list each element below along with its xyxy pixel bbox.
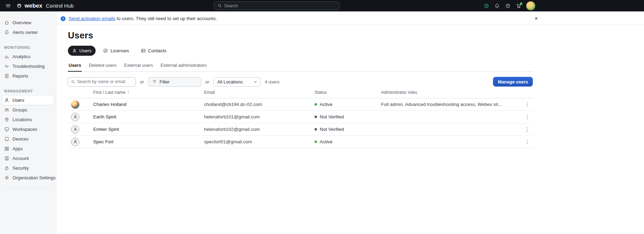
sidebar-item-organization-settings[interactable]: Organization Settings [2,173,54,182]
sidebar-item-label: Apps [12,146,23,151]
bell-icon [4,30,9,35]
sidebar-item-alerts-center[interactable]: Alerts center [2,28,54,37]
sidebar-item-label: Account [12,156,29,161]
tab-contacts[interactable]: Contacts [136,46,171,56]
users-count: 4 users [265,79,280,84]
sidebar-item-overview[interactable]: Overview [2,18,54,27]
sidebar-item-groups[interactable]: Groups [2,105,54,115]
user-email: helenaforti101@gmail.com [204,114,315,119]
user-avatar[interactable] [526,1,535,10]
subtab-users[interactable]: Users [68,61,82,72]
person-icon [72,48,77,53]
sidebar-item-workspaces[interactable]: Workspaces [2,125,54,134]
subtab-deleted-users[interactable]: Deleted users [88,61,117,72]
manage-users-button[interactable]: Manage users [493,77,533,87]
sidebar-item-label: Users [12,98,24,103]
sidebar-item-devices[interactable]: Devices [2,134,54,144]
or-separator: or [205,79,210,84]
banner-message-text: to users. They still need to set up thei… [117,16,217,21]
users-table: First / Last name ↑ Email Status Adminis… [68,90,533,148]
person-icon [4,98,9,103]
send-activation-emails-link[interactable]: Send activation emails [69,16,115,21]
document-icon [4,73,9,79]
sidebar-divider [3,187,53,188]
tab-licenses[interactable]: Licenses [99,46,133,56]
sidebar-item-users[interactable]: Users [2,96,54,105]
subtab-external-administrators[interactable]: External administrators [160,61,207,72]
table-row[interactable]: Charles Holland cholland@cb194.dc-02.com… [68,98,533,111]
global-search-input[interactable] [224,3,336,8]
global-search[interactable] [214,1,339,10]
column-header-email: Email [204,90,315,95]
status-text: Not Verified [320,127,344,132]
tab-label: Licenses [111,48,129,53]
column-header-status: Status [315,90,381,95]
user-name: Earth Spirit [93,114,116,119]
page-title: Users [68,30,533,41]
timer-icon[interactable] [483,3,489,9]
sidebar-item-security[interactable]: Security [2,163,54,173]
sidebar: Overview Alerts center MONITORING Analyt… [0,11,56,234]
row-actions-button[interactable]: ⋮ [522,102,533,107]
status-text: Not Verified [320,114,344,119]
search-icon [218,3,222,8]
locations-value: All Locations [217,79,243,84]
sidebar-item-analytics[interactable]: Analytics [2,52,54,61]
sidebar-section-monitoring: MONITORING [0,45,56,50]
user-name: Charles Holland [93,102,126,107]
help-icon[interactable] [505,3,511,9]
sidebar-item-troubleshooting[interactable]: Troubleshooting [2,62,54,71]
sidebar-item-label: Groups [12,107,27,112]
user-name: Spec Fort [93,139,114,144]
filter-button[interactable]: Filter [148,77,201,87]
building-icon [4,156,9,161]
row-actions-button[interactable]: ⋮ [522,127,533,132]
tab-users[interactable]: Users [68,46,96,56]
subtab-external-users[interactable]: External users [123,61,153,72]
sidebar-item-reports[interactable]: Reports [2,71,54,81]
sub-tabs: Users Deleted users External users Exter… [68,61,533,72]
sidebar-item-label: Locations [12,117,32,122]
tab-label: Users [79,48,91,53]
admin-roles: Full admin, Advanced troubleshooting acc… [381,102,522,107]
table-row[interactable]: Ember Spirit helenaforti102@gmail.com No… [68,123,533,136]
people-icon [4,107,9,112]
user-search-input[interactable] [77,79,133,84]
user-search[interactable] [68,77,136,87]
filter-label: Filter [160,79,170,84]
device-icon [4,136,9,142]
sort-ascending-icon: ↑ [127,90,129,95]
sidebar-item-account[interactable]: Account [2,154,54,163]
filter-icon [152,79,157,84]
tab-label: Contacts [148,48,167,53]
locations-dropdown[interactable]: All Locations [213,77,261,87]
cart-icon[interactable] [515,3,522,9]
toolbar: or Filter or All Locations 4 users Manag… [68,77,533,87]
table-row[interactable]: Earth Spirit helenaforti101@gmail.com No… [68,111,533,123]
column-header-name[interactable]: First / Last name ↑ [68,90,204,95]
row-actions-button[interactable]: ⋮ [522,139,533,144]
avatar [71,113,79,121]
hamburger-menu-button[interactable] [4,2,12,10]
row-actions-button[interactable]: ⋮ [522,114,533,119]
activation-banner: i Send activation emails to users. They … [56,13,644,25]
info-icon: i [61,16,65,21]
pulse-icon [4,64,9,69]
webex-brand[interactable]: webex Control Hub [17,2,74,9]
sidebar-section-management: MANAGEMENT [0,89,56,93]
analytics-icon [4,54,9,59]
sidebar-item-label: Troubleshooting [12,64,45,69]
user-email: helenaforti102@gmail.com [204,127,315,132]
table-row[interactable]: Spec Fort specfort01@gmail.com Active ⋮ [68,136,533,148]
sidebar-item-locations[interactable]: Locations [2,115,54,124]
primary-tabs: Users Licenses Contacts [68,46,533,56]
sidebar-item-label: Workspaces [12,127,37,132]
table-header: First / Last name ↑ Email Status Adminis… [68,90,533,98]
sidebar-item-label: Organization Settings [12,175,55,180]
notifications-icon[interactable] [494,3,500,9]
top-bar: webex Control Hub [0,0,644,11]
sidebar-item-apps[interactable]: Apps [2,144,54,153]
chevron-down-icon [253,80,258,84]
status-dot [315,103,317,106]
close-icon[interactable]: ✕ [533,16,539,22]
